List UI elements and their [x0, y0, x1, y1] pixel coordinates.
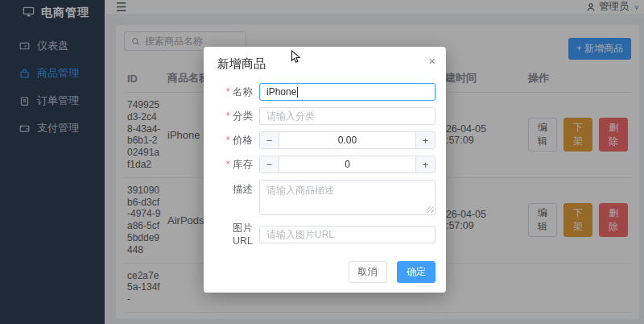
- category-label: 分类: [214, 110, 259, 123]
- resize-handle-icon[interactable]: [427, 206, 434, 213]
- modal-footer: 取消 确定: [204, 253, 446, 293]
- field-row-price: 价格 − 0.00 +: [214, 131, 436, 149]
- text-caret: [297, 87, 298, 98]
- confirm-button[interactable]: 确定: [397, 261, 436, 283]
- price-value[interactable]: 0.00: [279, 132, 415, 148]
- cancel-button[interactable]: 取消: [349, 261, 387, 283]
- modal-header: 新增商品 ×: [204, 47, 446, 72]
- modal-body: 名称 iPhone 分类 价格 − 0.00 +: [204, 72, 446, 247]
- close-icon[interactable]: ×: [428, 55, 436, 72]
- category-field[interactable]: [259, 107, 436, 125]
- price-label: 价格: [214, 134, 259, 147]
- field-row-category: 分类: [214, 107, 436, 125]
- price-stepper: − 0.00 +: [259, 131, 436, 149]
- name-field[interactable]: iPhone: [259, 83, 436, 101]
- description-label: 描述: [214, 180, 259, 197]
- stock-label: 库存: [214, 158, 259, 172]
- field-row-image-url: 图片URL: [214, 222, 436, 247]
- add-product-modal: 新增商品 × 名称 iPhone 分类 价格 − 0.00 +: [204, 47, 446, 293]
- increase-button[interactable]: +: [415, 132, 435, 148]
- decrease-button[interactable]: −: [260, 132, 279, 148]
- field-row-name: 名称 iPhone: [214, 83, 436, 101]
- field-row-stock: 库存 − 0 +: [214, 156, 436, 173]
- stock-stepper: − 0 +: [259, 156, 436, 173]
- increase-button[interactable]: +: [415, 156, 435, 172]
- decrease-button[interactable]: −: [260, 156, 279, 172]
- description-field[interactable]: [259, 180, 436, 215]
- field-row-description: 描述: [214, 180, 436, 215]
- image-url-label: 图片URL: [214, 222, 259, 247]
- stock-value[interactable]: 0: [279, 156, 415, 172]
- modal-title: 新增商品: [217, 56, 266, 72]
- name-value: iPhone: [266, 86, 296, 98]
- image-url-field[interactable]: [259, 226, 436, 243]
- name-label: 名称: [214, 85, 259, 99]
